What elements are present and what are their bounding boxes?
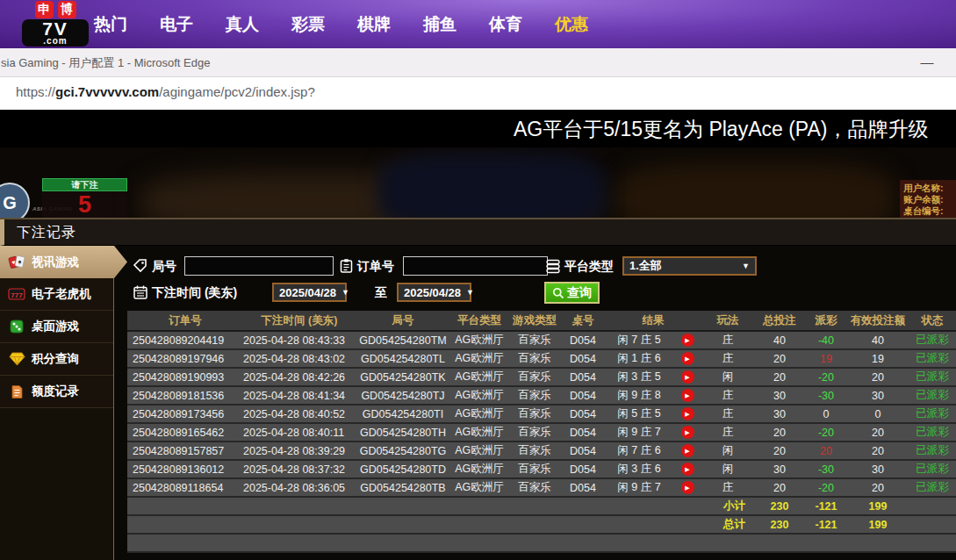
table-header-row: 订单号下注时间 (美东)局号平台类型游戏类型桌号结果玩法总投注派彩有效投注额状态 bbox=[127, 311, 956, 331]
replay-button[interactable]: ▶ bbox=[681, 444, 694, 457]
cell-order: 250428089197946 bbox=[127, 349, 243, 368]
replay-button[interactable]: ▶ bbox=[681, 407, 694, 420]
cell-platform: AG欧洲厅 bbox=[450, 460, 508, 478]
cell-game-type: 百家乐 bbox=[508, 405, 561, 423]
cell-order: 250428089181536 bbox=[127, 386, 243, 405]
table-games-icon bbox=[8, 319, 25, 334]
logo-badge-right: 博 bbox=[58, 1, 76, 18]
cell-status: 已派彩 bbox=[909, 405, 956, 423]
slot-777-icon: 777 bbox=[8, 286, 25, 302]
cell-round: GD054254280TK bbox=[356, 368, 450, 386]
cell-play-type: 庄 bbox=[701, 331, 754, 349]
user-panel-line: 账户余额: bbox=[903, 194, 956, 205]
cell-payout: -20 bbox=[805, 368, 847, 386]
cell-replay: ▶ bbox=[673, 386, 701, 405]
site-logo[interactable]: 申 博 7V .com bbox=[19, 1, 91, 47]
round-number-input[interactable] bbox=[184, 256, 334, 276]
nav-item-8[interactable]: 优惠 bbox=[555, 13, 588, 36]
column-header: 派彩 bbox=[805, 311, 847, 331]
replay-button[interactable]: ▶ bbox=[681, 463, 694, 476]
cell-table-no: D054 bbox=[561, 386, 605, 405]
cell-game-type: 百家乐 bbox=[508, 331, 561, 349]
replay-button[interactable]: ▶ bbox=[681, 426, 694, 439]
replay-button[interactable]: ▶ bbox=[681, 389, 694, 402]
cell-result: 闲 7 庄 6 bbox=[605, 442, 673, 460]
svg-text:777: 777 bbox=[11, 291, 23, 299]
sidebar-item-label: 电子老虎机 bbox=[32, 286, 91, 302]
background-blur-shape bbox=[377, 152, 606, 218]
empty-cell bbox=[127, 534, 956, 552]
cell-platform: AG欧洲厅 bbox=[450, 423, 508, 442]
nav-item-6[interactable]: 捕鱼 bbox=[423, 13, 456, 36]
cell-round: GD054254280TI bbox=[356, 405, 450, 423]
cell-total-bet: 30 bbox=[754, 460, 805, 478]
logo-brand-text: 7V bbox=[22, 20, 89, 37]
column-header: 状态 bbox=[909, 311, 956, 331]
replay-button[interactable]: ▶ bbox=[681, 352, 694, 365]
cell-replay: ▶ bbox=[673, 460, 701, 478]
replay-button[interactable]: ▶ bbox=[681, 370, 694, 384]
nav-item-5[interactable]: 棋牌 bbox=[357, 13, 391, 36]
game-background: G ASIA GAMING 请下注 5 用户名称:账户余额:桌台编号: bbox=[0, 147, 956, 218]
cell-game-type: 百家乐 bbox=[508, 442, 561, 460]
order-number-input[interactable] bbox=[403, 256, 548, 276]
nav-item-7[interactable]: 体育 bbox=[489, 13, 522, 36]
cell-payout: -20 bbox=[805, 478, 847, 497]
cell-status: 已派彩 bbox=[909, 368, 956, 386]
cell-payout: -20 bbox=[805, 423, 847, 442]
subtotal-row-total-bet: 230 bbox=[754, 497, 805, 515]
sidebar-item-3[interactable]: 桌面游戏 bbox=[0, 311, 113, 343]
minimize-button[interactable]: — bbox=[912, 50, 942, 75]
address-bar[interactable]: https://gci.7vvvvvv.com/agingame/pcv2/in… bbox=[0, 77, 956, 110]
column-header: 玩法 bbox=[701, 311, 754, 331]
cell-round: GD054254280TD bbox=[356, 460, 450, 478]
modal-content: 局号 订单号 平台类型 1.全部 ▼ 下注时间 (美东) 2025/04/28 bbox=[115, 246, 956, 560]
subtotal-row-label: 小计 bbox=[127, 497, 754, 515]
table-row: 2504280891186542025-04-28 08:36:05GD0542… bbox=[127, 478, 956, 497]
cell-round: GD054254280TG bbox=[356, 442, 450, 460]
replay-button[interactable]: ▶ bbox=[681, 481, 694, 494]
sidebar-item-label: 额度记录 bbox=[32, 384, 79, 399]
nav-item-1[interactable]: 热门 bbox=[94, 13, 127, 36]
cell-order: 250428089165462 bbox=[127, 423, 243, 442]
table-row: 2504280891578572025-04-28 08:39:29GD0542… bbox=[127, 442, 956, 460]
search-button[interactable]: 查询 bbox=[544, 282, 600, 304]
platform-type-select[interactable]: 1.全部 ▼ bbox=[622, 256, 757, 276]
cell-time: 2025-04-28 08:36:05 bbox=[243, 478, 356, 497]
cell-game-type: 百家乐 bbox=[508, 386, 561, 405]
cell-table-no: D054 bbox=[561, 478, 605, 497]
nav-item-4[interactable]: 彩票 bbox=[291, 13, 325, 36]
grand-total-row-valid-bet: 199 bbox=[847, 515, 909, 534]
cell-round: GD054254280TB bbox=[356, 478, 450, 497]
cell-game-type: 百家乐 bbox=[508, 368, 561, 386]
sidebar-item-2[interactable]: 777电子老虎机 bbox=[0, 278, 113, 311]
cell-table-no: D054 bbox=[561, 331, 605, 349]
sidebar-item-4[interactable]: 积分查询 bbox=[0, 343, 113, 376]
date-from-value: 2025/04/28 bbox=[279, 286, 336, 299]
replay-button[interactable]: ▶ bbox=[681, 334, 694, 347]
window-title: sia Gaming - 用户配置 1 - Microsoft Edge bbox=[1, 55, 210, 71]
grand-total-row-status-empty bbox=[909, 515, 956, 534]
logo-box: 7V .com bbox=[22, 19, 89, 47]
cell-platform: AG欧洲厅 bbox=[450, 442, 508, 460]
sidebar-item-5[interactable]: 额度记录 bbox=[0, 376, 113, 408]
cell-payout: 20 bbox=[805, 442, 847, 460]
cell-play-type: 闲 bbox=[701, 442, 754, 460]
grand-total-row-label: 总计 bbox=[127, 515, 754, 534]
cell-result: 闲 7 庄 5 bbox=[605, 331, 673, 349]
cell-valid-bet: 20 bbox=[847, 442, 909, 460]
tag-icon bbox=[132, 257, 149, 275]
date-from-select[interactable]: 2025/04/28 ▼ bbox=[272, 283, 347, 302]
nav-item-2[interactable]: 电子 bbox=[160, 13, 193, 36]
modal-sidebar: ♥♠视讯游戏777电子老虎机桌面游戏积分查询额度记录 bbox=[0, 246, 114, 560]
date-to-select[interactable]: 2025/04/28 ▼ bbox=[397, 283, 471, 302]
asia-gaming-logo-icon: G bbox=[0, 183, 30, 218]
cell-time: 2025-04-28 08:37:32 bbox=[243, 460, 356, 478]
document-icon bbox=[8, 384, 25, 399]
sidebar-item-1[interactable]: ♥♠视讯游戏 bbox=[0, 246, 127, 278]
cell-valid-bet: 30 bbox=[847, 386, 909, 405]
nav-item-3[interactable]: 真人 bbox=[226, 13, 259, 36]
search-button-label: 查询 bbox=[567, 285, 592, 301]
cell-replay: ▶ bbox=[673, 405, 701, 423]
cell-replay: ▶ bbox=[673, 349, 701, 368]
